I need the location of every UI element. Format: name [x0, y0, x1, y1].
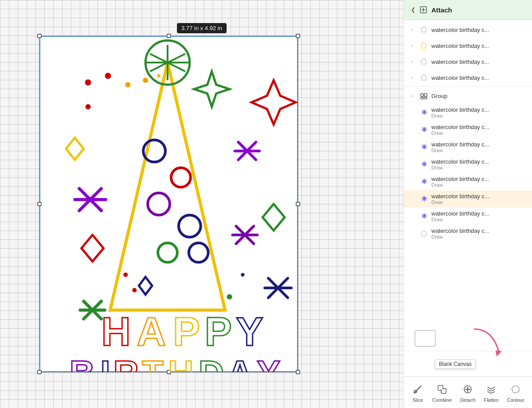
layer-item[interactable]: watercolor birthday c... Draw — [404, 225, 532, 242]
layer-asterisk-icon: ✳ — [420, 109, 428, 117]
layer-item[interactable]: ✳ watercolor birthday c... Draw — [404, 121, 532, 138]
layer-item[interactable]: › watercolor birthday c... — [404, 22, 532, 38]
layer-item[interactable]: › watercolor birthday c... — [404, 54, 532, 70]
svg-point-7 — [171, 168, 191, 187]
layer-group-icon — [420, 92, 428, 100]
layer-item[interactable]: ✳ watercolor birthday c... Draw — [404, 156, 532, 173]
canvas-area: 3.77 in x 4.92 in — [0, 0, 403, 408]
layer-name: watercolor birthday c... — [431, 106, 525, 113]
svg-text:I: I — [101, 353, 111, 372]
layer-text: Group — [431, 93, 525, 99]
layer-name: watercolor birthday c... — [431, 43, 525, 49]
svg-marker-55 — [496, 350, 502, 357]
layer-dotted-icon — [420, 58, 428, 66]
blank-canvas-preview — [415, 330, 436, 347]
contour-icon — [509, 383, 522, 396]
toolbar-detach-button[interactable]: Detach — [457, 381, 479, 404]
svg-text:D: D — [199, 353, 225, 372]
svg-point-32 — [86, 104, 91, 110]
svg-text:A: A — [227, 353, 254, 372]
svg-point-31 — [157, 74, 160, 78]
layer-item[interactable]: ✳ watercolor birthday c... Draw — [404, 208, 532, 225]
combine-icon — [436, 383, 448, 396]
svg-point-30 — [143, 78, 148, 83]
svg-point-10 — [158, 243, 177, 263]
toolbar-contour-button[interactable]: Contour — [503, 381, 528, 404]
svg-point-11 — [189, 243, 208, 263]
toolbar-slice-button[interactable]: Slice — [408, 381, 427, 404]
svg-text:B: B — [70, 353, 96, 372]
layer-dotted-icon — [420, 26, 428, 34]
layer-sublabel: Draw — [431, 165, 525, 170]
layer-sublabel: Draw — [431, 113, 525, 118]
detach-label: Detach — [460, 397, 476, 403]
layer-name: watercolor birthday c... — [431, 193, 525, 200]
layer-text: watercolor birthday c... Draw — [431, 228, 525, 239]
svg-text:P: P — [173, 309, 201, 354]
svg-text:T: T — [142, 353, 164, 372]
layer-dotted-icon — [420, 74, 428, 82]
svg-point-8 — [148, 193, 170, 215]
layer-asterisk-icon: ✳ — [420, 178, 428, 186]
svg-point-35 — [227, 294, 232, 299]
svg-text:H: H — [168, 353, 194, 372]
layer-text: watercolor birthday c... Draw — [431, 193, 525, 205]
layer-item[interactable]: › watercolor birthday c... — [404, 70, 532, 86]
canvas-artwork: H A P P Y B I R T H D A Y — [39, 36, 298, 372]
layer-name: watercolor birthday c... — [431, 124, 525, 130]
layer-item[interactable]: ✳ watercolor birthday c... Draw — [404, 138, 532, 156]
svg-rect-54 — [424, 97, 427, 99]
svg-rect-52 — [424, 94, 427, 96]
attach-icon — [419, 5, 428, 14]
svg-point-34 — [132, 288, 137, 292]
layer-name: watercolor birthday c... — [431, 158, 525, 165]
svg-point-33 — [123, 272, 128, 277]
layer-text: watercolor birthday c... Draw — [431, 210, 525, 222]
layer-dotted-yellow-icon — [420, 42, 428, 50]
layer-dotted-icon — [420, 230, 428, 238]
svg-line-56 — [414, 386, 421, 393]
layer-chevron-icon: › — [411, 59, 416, 64]
layer-asterisk-icon: ✳ — [420, 212, 428, 220]
layer-asterisk-icon: ✳ — [420, 161, 428, 169]
layer-text: watercolor birthday c... — [431, 43, 525, 49]
canvas-frame[interactable]: H A P P Y B I R T H D A Y — [39, 35, 298, 373]
layer-text: watercolor birthday c... — [431, 27, 525, 33]
svg-text:H: H — [102, 309, 132, 354]
layer-name: watercolor birthday c... — [431, 141, 525, 148]
svg-point-36 — [241, 273, 244, 276]
blank-canvas-label: Blank Canvas — [435, 359, 476, 369]
layer-text: watercolor birthday c... Draw — [431, 158, 525, 170]
combine-label: Combine — [432, 397, 452, 403]
layer-item[interactable]: › watercolor birthday c... — [404, 38, 532, 54]
svg-point-28 — [105, 73, 111, 79]
layer-item[interactable]: ✳ watercolor birthday c... Draw — [404, 190, 532, 208]
layer-chevron-icon: › — [411, 93, 416, 98]
layer-name: watercolor birthday c... — [431, 59, 525, 65]
layer-name: watercolor birthday c... — [431, 27, 525, 33]
layer-name: watercolor birthday c... — [431, 176, 525, 182]
layer-item[interactable]: › Group — [404, 88, 532, 104]
slice-label: Slice — [412, 397, 423, 403]
detach-icon — [462, 383, 474, 396]
layer-sublabel: Draw — [431, 234, 525, 239]
layer-sublabel: Draw — [431, 130, 525, 136]
layer-item[interactable]: ✳ watercolor birthday c... Draw — [404, 104, 532, 121]
layer-list: › watercolor birthday c... › watercolor … — [404, 20, 532, 351]
layer-chevron-icon: › — [411, 43, 416, 48]
layer-item[interactable]: ✳ watercolor birthday c... Draw — [404, 173, 532, 190]
layer-text: watercolor birthday c... Draw — [431, 141, 525, 153]
layer-asterisk-icon: ✳ — [420, 143, 428, 151]
svg-text:R: R — [113, 353, 139, 372]
flatten-icon — [485, 383, 497, 396]
toolbar-flatten-button[interactable]: Flatten — [480, 381, 502, 404]
panel-collapse-icon[interactable]: ❮ — [411, 7, 415, 13]
toolbar-combine-button[interactable]: Combine — [429, 381, 455, 404]
slice-icon — [411, 383, 424, 396]
svg-point-62 — [512, 386, 519, 393]
bottom-toolbar: Slice Combine Detach Flatten Contour — [404, 377, 532, 408]
panel-header: ❮ Attach — [404, 0, 532, 20]
layer-name: watercolor birthday c... — [431, 75, 525, 81]
layer-text: watercolor birthday c... Draw — [431, 176, 525, 188]
layer-chevron-icon: › — [411, 75, 416, 80]
